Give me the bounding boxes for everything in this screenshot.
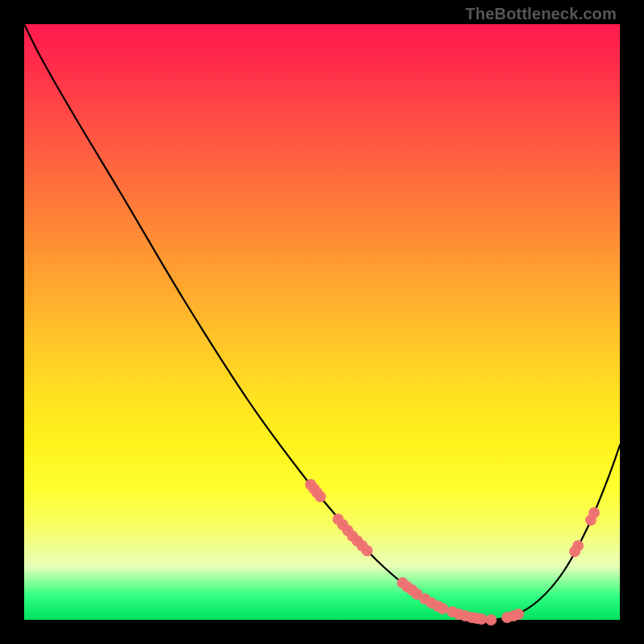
chart-stage: TheBottleneck.com [0, 0, 644, 644]
watermark-label: TheBottleneck.com [465, 5, 617, 23]
markers-group [305, 479, 600, 625]
data-point-marker [588, 507, 600, 518]
data-point-marker [485, 614, 497, 625]
data-point-marker [437, 603, 448, 614]
data-point-marker [315, 491, 326, 502]
chart-svg [24, 24, 620, 620]
data-point-marker [476, 613, 487, 625]
data-point-marker [572, 540, 584, 551]
bottleneck-curve [24, 24, 620, 620]
data-point-marker [361, 545, 373, 556]
plot-area [24, 24, 620, 620]
data-point-marker [513, 609, 524, 620]
